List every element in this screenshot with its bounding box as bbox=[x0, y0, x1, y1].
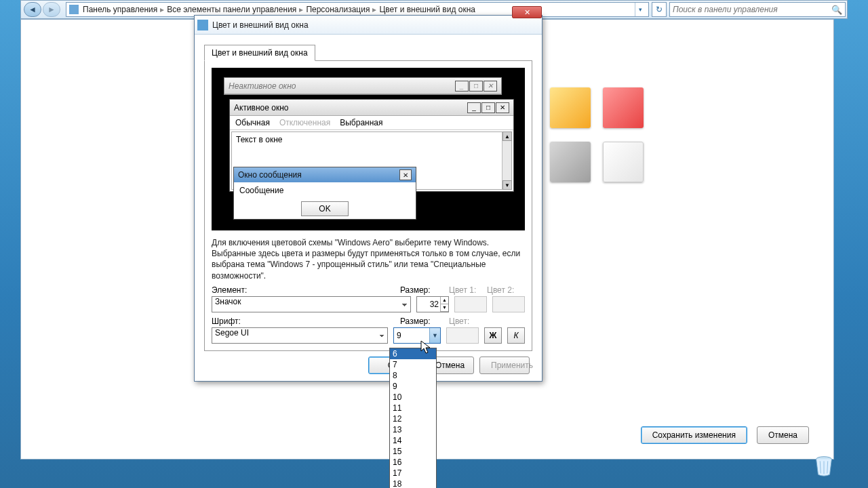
msgbox-ok-button[interactable]: OK bbox=[301, 201, 349, 216]
color2-button bbox=[492, 296, 525, 312]
label-color1: Цвет 1: bbox=[449, 285, 476, 295]
preview-inactive-window[interactable]: Неактивное окно _ □ ✕ bbox=[224, 77, 502, 95]
font-size-option[interactable]: 7 bbox=[390, 359, 436, 370]
bold-button[interactable]: Ж bbox=[484, 327, 502, 344]
recycle-bin-icon[interactable] bbox=[811, 453, 837, 479]
close-icon: ✕ bbox=[399, 169, 412, 180]
nav-forward-button[interactable]: ► bbox=[43, 2, 60, 17]
maximize-icon: □ bbox=[469, 81, 483, 92]
font-size-option[interactable]: 15 bbox=[390, 446, 436, 457]
font-select[interactable]: Segoe UI bbox=[212, 327, 388, 344]
font-size-option[interactable]: 8 bbox=[390, 370, 436, 381]
element-select[interactable]: Значок bbox=[212, 296, 411, 312]
font-size-value: 9 bbox=[394, 331, 429, 340]
minimize-icon: _ bbox=[467, 102, 481, 113]
font-size-option[interactable]: 17 bbox=[390, 468, 436, 479]
refresh-button[interactable]: ↻ bbox=[652, 2, 667, 17]
appearance-dialog: ✕ Цвет и внешний вид окна Цвет и внешний… bbox=[194, 15, 542, 382]
appearance-preview: Неактивное окно _ □ ✕ Активное окно _ □ bbox=[212, 68, 525, 230]
nav-back-button[interactable]: ◄ bbox=[24, 2, 41, 17]
font-size-option[interactable]: 18 bbox=[390, 479, 436, 488]
dialog-titlebar[interactable]: Цвет и внешний вид окна bbox=[195, 16, 542, 35]
dialog-close-button[interactable]: ✕ bbox=[512, 6, 542, 18]
label-font-size: Размер: bbox=[400, 317, 431, 326]
font-size-option[interactable]: 16 bbox=[390, 457, 436, 468]
chevron-down-icon[interactable]: ▼ bbox=[429, 328, 440, 343]
search-icon: 🔍 bbox=[831, 5, 842, 15]
label-size: Размер: bbox=[400, 285, 431, 295]
dialog-icon bbox=[197, 20, 208, 30]
color-swatch-gray[interactable] bbox=[550, 142, 591, 182]
font-size-option[interactable]: 11 bbox=[390, 403, 436, 413]
chevron-right-icon: ▸ bbox=[298, 5, 304, 14]
breadcrumb-item[interactable]: Цвет и внешний вид окна bbox=[379, 5, 475, 14]
scroll-down-icon[interactable]: ▼ bbox=[502, 180, 512, 190]
label-font-color: Цвет: bbox=[449, 317, 469, 326]
active-window-title: Активное окно bbox=[234, 103, 289, 113]
chevron-right-icon: ▸ bbox=[159, 5, 165, 14]
scroll-up-icon[interactable]: ▲ bbox=[502, 131, 512, 141]
element-size-input[interactable]: ▲▼ bbox=[416, 296, 449, 312]
spin-up-icon[interactable]: ▲ bbox=[440, 297, 448, 304]
color-swatch-red[interactable] bbox=[603, 87, 644, 128]
tab-pane: Неактивное окно _ □ ✕ Активное окно _ □ bbox=[204, 60, 532, 351]
breadcrumb-item[interactable]: Все элементы панели управления bbox=[167, 5, 296, 14]
size-value[interactable] bbox=[417, 297, 440, 312]
cancel-button[interactable]: Отмена bbox=[757, 426, 809, 444]
color1-button bbox=[454, 296, 487, 312]
msgbox-text: Сообщение bbox=[234, 182, 416, 199]
color-swatch-white[interactable] bbox=[603, 142, 644, 182]
control-panel-icon bbox=[69, 5, 79, 14]
font-size-option[interactable]: 14 bbox=[390, 435, 436, 446]
chevron-right-icon: ▸ bbox=[371, 5, 378, 14]
breadcrumb-item[interactable]: Персонализация bbox=[306, 5, 370, 14]
font-size-combo[interactable]: 9 ▼ bbox=[393, 327, 441, 344]
breadcrumb-dropdown[interactable]: ▾ bbox=[635, 3, 646, 16]
font-size-option[interactable]: 9 bbox=[390, 381, 436, 392]
color-swatch-orange[interactable] bbox=[550, 87, 591, 128]
preview-text: Текст в окне bbox=[236, 135, 282, 144]
menu-item-normal: Обычная bbox=[235, 118, 270, 127]
search-input[interactable] bbox=[673, 5, 831, 14]
close-icon: ✕ bbox=[496, 102, 509, 113]
scrollbar[interactable]: ▲ ▼ bbox=[502, 132, 511, 189]
minimize-icon: _ bbox=[455, 81, 469, 92]
dialog-title: Цвет и внешний вид окна bbox=[212, 20, 539, 30]
hint-text: Для включения цветовой схемы "Windows Ae… bbox=[212, 237, 525, 281]
save-changes-button[interactable]: Сохранить изменения bbox=[641, 426, 747, 444]
search-box[interactable]: 🔍 bbox=[669, 2, 846, 17]
dialog-apply-button[interactable]: Применить bbox=[479, 357, 530, 374]
close-icon: ✕ bbox=[484, 81, 497, 92]
spin-down-icon[interactable]: ▼ bbox=[440, 304, 448, 312]
msgbox-title: Окно сообщения bbox=[238, 170, 302, 180]
menu-item-selected: Выбранная bbox=[340, 118, 382, 127]
maximize-icon: □ bbox=[481, 102, 495, 113]
menu-item-disabled: Отключенная bbox=[279, 118, 330, 127]
label-element: Элемент: bbox=[212, 285, 247, 295]
italic-button[interactable]: К bbox=[507, 327, 525, 344]
breadcrumb-item[interactable]: Панель управления bbox=[83, 5, 157, 14]
tab-appearance[interactable]: Цвет и внешний вид окна bbox=[204, 45, 315, 61]
label-color2: Цвет 2: bbox=[487, 285, 514, 295]
preview-message-box[interactable]: Окно сообщения ✕ Сообщение OK bbox=[233, 167, 416, 220]
preview-menu[interactable]: Обычная Отключенная Выбранная bbox=[230, 116, 513, 130]
font-size-dropdown-list[interactable]: 6789101112131415161718 bbox=[389, 348, 437, 488]
font-size-option[interactable]: 12 bbox=[390, 413, 436, 424]
label-font: Шрифт: bbox=[212, 317, 241, 326]
font-size-option[interactable]: 6 bbox=[390, 348, 436, 359]
font-color-button bbox=[446, 327, 479, 344]
inactive-window-title: Неактивное окно bbox=[229, 81, 296, 91]
font-size-option[interactable]: 10 bbox=[390, 392, 436, 403]
font-size-option[interactable]: 13 bbox=[390, 424, 436, 435]
